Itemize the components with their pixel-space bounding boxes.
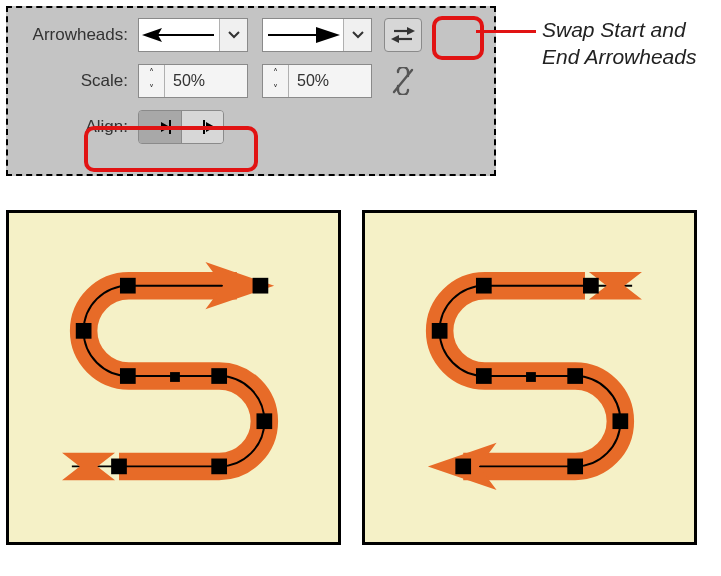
svg-rect-23 <box>256 413 272 429</box>
start-arrowhead-swatch <box>139 25 219 45</box>
link-scales-button[interactable] <box>384 64 422 98</box>
svg-marker-14 <box>206 122 215 132</box>
svg-rect-31 <box>476 368 492 384</box>
unlink-icon <box>391 67 415 95</box>
align-toggle-group <box>138 110 224 144</box>
end-scale-stepper[interactable]: ˄ ˅ 50% <box>262 64 372 98</box>
svg-rect-19 <box>76 323 92 339</box>
start-scale-value: 50% <box>165 72 247 90</box>
svg-rect-20 <box>120 368 136 384</box>
svg-rect-28 <box>583 278 599 294</box>
svg-rect-18 <box>120 278 136 294</box>
svg-rect-25 <box>111 459 127 475</box>
swap-callout-text: Swap Start and End Arrowheads <box>542 16 717 71</box>
svg-rect-33 <box>567 368 583 384</box>
svg-rect-34 <box>612 413 628 429</box>
end-scale-value: 50% <box>289 72 371 90</box>
svg-marker-7 <box>391 35 399 43</box>
svg-rect-17 <box>253 278 269 294</box>
step-down-icon: ˅ <box>263 81 288 97</box>
before-artboard <box>6 210 341 545</box>
svg-line-8 <box>394 70 412 92</box>
stepper-buttons[interactable]: ˄ ˅ <box>139 65 165 97</box>
svg-rect-32 <box>526 372 536 382</box>
step-down-icon: ˅ <box>139 81 164 97</box>
align-outside-toggle[interactable] <box>181 111 223 143</box>
swap-arrowheads-button[interactable] <box>384 18 422 52</box>
align-inside-toggle[interactable] <box>139 111 181 143</box>
svg-marker-3 <box>316 27 340 43</box>
svg-rect-35 <box>567 459 583 475</box>
svg-rect-22 <box>211 368 227 384</box>
align-row: Align: <box>20 110 482 144</box>
stroke-panel: Arrowheads: <box>6 6 496 176</box>
arrowheads-label: Arrowheads: <box>20 25 138 45</box>
arrowheads-row: Arrowheads: <box>20 18 482 52</box>
svg-rect-29 <box>476 278 492 294</box>
svg-rect-36 <box>455 459 471 475</box>
step-up-icon: ˄ <box>263 65 288 81</box>
start-arrowhead-dropdown[interactable] <box>138 18 248 52</box>
step-up-icon: ˄ <box>139 65 164 81</box>
scale-label: Scale: <box>20 71 138 91</box>
end-arrowhead-swatch <box>263 25 343 45</box>
align-outside-icon <box>191 119 215 135</box>
align-inside-icon <box>148 119 172 135</box>
start-scale-stepper[interactable]: ˄ ˅ 50% <box>138 64 248 98</box>
stepper-buttons[interactable]: ˄ ˅ <box>263 65 289 97</box>
chevron-down-icon <box>219 19 247 51</box>
callout-leader-line <box>476 30 536 33</box>
svg-rect-21 <box>170 372 180 382</box>
svg-rect-30 <box>432 323 448 339</box>
swap-arrows-icon <box>391 25 415 45</box>
svg-marker-5 <box>407 27 415 35</box>
align-label: Align: <box>20 117 138 137</box>
chevron-down-icon <box>343 19 371 51</box>
svg-marker-10 <box>161 122 170 132</box>
svg-rect-24 <box>211 459 227 475</box>
scale-row: Scale: ˄ ˅ 50% ˄ ˅ 50% <box>20 64 482 98</box>
end-arrowhead-dropdown[interactable] <box>262 18 372 52</box>
after-artboard <box>362 210 697 545</box>
